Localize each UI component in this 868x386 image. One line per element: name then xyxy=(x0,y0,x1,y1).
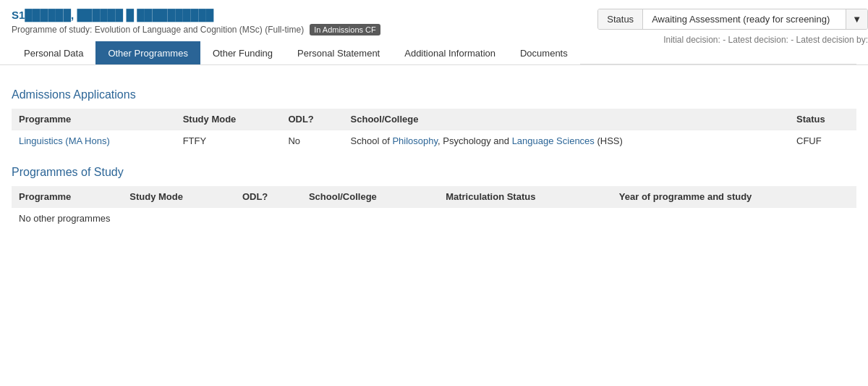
status-dropdown-button[interactable]: ▼ xyxy=(846,9,867,29)
col-header-study-mode: Study Mode xyxy=(176,109,281,130)
study-mode-cell: FTFY xyxy=(176,130,281,152)
col-header-odl: ODL? xyxy=(235,186,302,208)
admissions-table: ProgrammeStudy ModeODL?School/CollegeSta… xyxy=(12,109,856,151)
col-header-study-mode: Study Mode xyxy=(122,186,235,208)
col-header-year-of-programme-and-study: Year of programme and study xyxy=(612,186,856,208)
table-row: Linguistics (MA Hons)FTFYNoSchool of Phi… xyxy=(12,130,856,152)
student-id: S1██████, ██████ █ ██████████ xyxy=(12,9,417,21)
status-value: Awaiting Assessment (ready for screening… xyxy=(643,9,846,29)
col-header-school/college: School/College xyxy=(344,109,789,130)
col-header-programme: Programme xyxy=(12,109,176,130)
tab-additional-information[interactable]: Additional Information xyxy=(392,41,508,64)
tab-other-funding[interactable]: Other Funding xyxy=(200,41,285,64)
admissions-badge: In Admissions CF xyxy=(310,24,380,35)
admissions-table-header: ProgrammeStudy ModeODL?School/CollegeSta… xyxy=(12,109,856,130)
col-header-school/college: School/College xyxy=(302,186,438,208)
programmes-table: ProgrammeStudy ModeODL?School/CollegeMat… xyxy=(12,186,856,229)
tab-other-programmes[interactable]: Other Programmes xyxy=(95,41,200,64)
tab-documents[interactable]: Documents xyxy=(508,41,580,64)
odl-cell: No xyxy=(281,130,343,152)
programmes-section: Programmes of Study ProgrammeStudy ModeO… xyxy=(12,166,856,229)
decision-line: Initial decision: - Latest decision: - L… xyxy=(663,35,868,45)
admissions-title: Admissions Applications xyxy=(12,88,856,101)
tab-personal-statement[interactable]: Personal Statement xyxy=(285,41,392,64)
programmes-table-header: ProgrammeStudy ModeODL?School/CollegeMat… xyxy=(12,186,856,208)
tab-personal-data[interactable]: Personal Data xyxy=(12,41,95,64)
status-bar: Status Awaiting Assessment (ready for sc… xyxy=(597,9,868,30)
section-divider xyxy=(0,64,868,65)
programme-cell[interactable]: Linguistics (MA Hons) xyxy=(12,130,176,152)
col-header-matriculation-status: Matriculation Status xyxy=(438,186,612,208)
school-cell: School of Philosophy, Psychology and Lan… xyxy=(344,130,789,152)
programme-of-study: Programme of study: Evolution of Languag… xyxy=(12,25,304,35)
col-header-odl: ODL? xyxy=(281,109,343,130)
no-data-message: No other programmes xyxy=(12,208,856,230)
table-row: No other programmes xyxy=(12,208,856,230)
col-header-programme: Programme xyxy=(12,186,122,208)
status-cell: CFUF xyxy=(789,130,856,152)
admissions-section: Admissions Applications ProgrammeStudy M… xyxy=(12,88,856,151)
programmes-title: Programmes of Study xyxy=(12,166,856,179)
col-header-status: Status xyxy=(789,109,856,130)
status-label: Status xyxy=(598,9,643,29)
